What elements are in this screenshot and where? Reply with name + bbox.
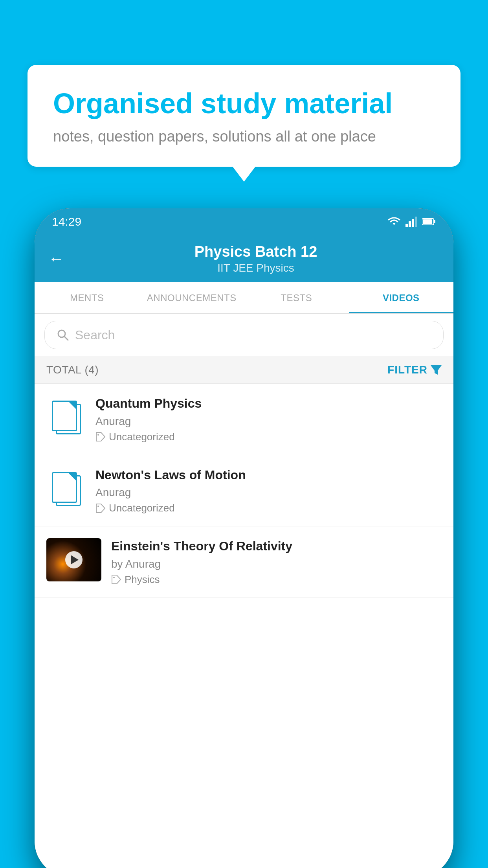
video-tag: Uncategorized (95, 502, 442, 514)
total-count: TOTAL (4) (46, 364, 99, 376)
list-item[interactable]: Newton's Laws of Motion Anurag Uncategor… (35, 455, 453, 527)
phone-screen: 14:29 (35, 208, 453, 868)
video-author: Anurag (95, 415, 442, 428)
back-button[interactable]: ← (48, 250, 64, 268)
status-time: 14:29 (52, 215, 81, 228)
video-info: Newton's Laws of Motion Anurag Uncategor… (95, 467, 442, 515)
status-icons (387, 217, 436, 227)
bubble-subtitle: notes, question papers, solutions all at… (53, 128, 435, 145)
tag-icon (95, 503, 106, 513)
svg-line-8 (64, 337, 68, 340)
tab-ments[interactable]: MENTS (35, 282, 139, 313)
search-placeholder: Search (75, 328, 115, 342)
video-tag: Physics (111, 574, 442, 586)
tag-icon (95, 432, 106, 442)
status-bar: 14:29 (35, 208, 453, 235)
filter-icon (431, 365, 442, 375)
header-title-block: Physics Batch 12 IIT JEE Physics (72, 243, 440, 274)
svg-point-11 (97, 506, 99, 507)
svg-rect-5 (434, 220, 435, 223)
app-header: ← Physics Batch 12 IIT JEE Physics (35, 235, 453, 282)
svg-rect-6 (423, 219, 432, 224)
file-icon-container (46, 467, 86, 510)
wifi-icon (387, 217, 401, 227)
video-title: Quantum Physics (95, 395, 442, 412)
tab-tests[interactable]: TESTS (244, 282, 349, 313)
search-bar[interactable]: Search (44, 321, 444, 349)
file-icon (52, 400, 80, 434)
tab-announcements[interactable]: ANNOUNCEMENTS (139, 282, 244, 313)
speech-bubble: Organised study material notes, question… (28, 65, 460, 167)
phone-frame: 14:29 (35, 208, 453, 868)
svg-marker-9 (431, 365, 442, 375)
svg-point-12 (113, 577, 115, 578)
list-item[interactable]: Quantum Physics Anurag Uncategorized (35, 384, 453, 455)
play-button[interactable] (65, 551, 83, 568)
filter-button[interactable]: FILTER (387, 364, 442, 376)
video-thumbnail (46, 538, 101, 581)
header-subtitle: IIT JEE Physics (72, 262, 440, 274)
svg-rect-3 (415, 217, 417, 227)
file-icon (52, 471, 80, 506)
svg-point-10 (97, 434, 99, 436)
bubble-title: Organised study material (53, 86, 435, 120)
video-author: by Anurag (111, 558, 442, 570)
signal-icon (405, 217, 417, 227)
battery-icon (422, 218, 436, 226)
play-icon (71, 555, 79, 565)
video-author: Anurag (95, 486, 442, 499)
svg-rect-1 (409, 221, 411, 227)
header-title: Physics Batch 12 (72, 243, 440, 260)
svg-rect-0 (405, 224, 408, 227)
video-info: Einstein's Theory Of Relativity by Anura… (111, 538, 442, 586)
video-tag: Uncategorized (95, 431, 442, 443)
video-title: Einstein's Theory Of Relativity (111, 538, 442, 555)
tag-icon (111, 574, 121, 585)
file-icon-container (46, 395, 86, 439)
search-icon (57, 329, 69, 341)
tab-videos[interactable]: VIDEOS (349, 282, 454, 313)
tabs-bar: MENTS ANNOUNCEMENTS TESTS VIDEOS (35, 282, 453, 314)
svg-rect-2 (412, 219, 414, 227)
list-item[interactable]: Einstein's Theory Of Relativity by Anura… (35, 526, 453, 598)
filter-bar: TOTAL (4) FILTER (35, 356, 453, 384)
search-container: Search (35, 314, 453, 356)
video-title: Newton's Laws of Motion (95, 467, 442, 484)
video-list: Quantum Physics Anurag Uncategorized (35, 384, 453, 868)
video-info: Quantum Physics Anurag Uncategorized (95, 395, 442, 443)
